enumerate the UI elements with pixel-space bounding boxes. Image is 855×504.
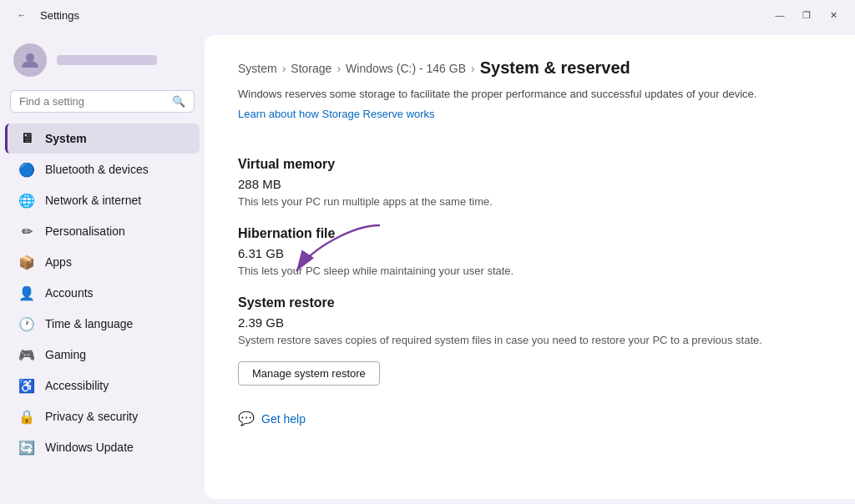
virtual-memory-size: 288 MB xyxy=(238,177,822,191)
sidebar-item-gaming[interactable]: 🎮Gaming xyxy=(5,340,200,370)
update-label: Windows Update xyxy=(45,441,134,454)
update-icon: 🔄 xyxy=(18,439,35,456)
avatar xyxy=(13,43,47,77)
search-box[interactable]: 🔍 xyxy=(10,90,195,113)
breadcrumb: System › Storage › Windows (C:) - 146 GB… xyxy=(238,58,822,78)
main-layout: 🔍 🖥System🔵Bluetooth & devices🌐Network & … xyxy=(0,30,855,504)
back-button[interactable]: ← xyxy=(10,7,33,23)
time-icon: 🕐 xyxy=(18,315,35,332)
time-label: Time & language xyxy=(45,317,133,330)
network-label: Network & internet xyxy=(45,194,141,207)
system-restore-section: System restore 2.39 GB System restore sa… xyxy=(238,295,822,386)
accounts-label: Accounts xyxy=(45,286,94,300)
hibernation-section: Hibernation file 6.31 GB This lets your … xyxy=(238,226,822,279)
sidebar-item-update[interactable]: 🔄Windows Update xyxy=(5,432,200,462)
sidebar-item-network[interactable]: 🌐Network & internet xyxy=(5,185,200,215)
hibernation-size-wrap: 6.31 GB xyxy=(238,246,284,264)
apps-label: Apps xyxy=(45,255,72,269)
get-help-icon: 💬 xyxy=(238,411,255,426)
titlebar: ← Settings — ❐ ✕ xyxy=(0,0,855,30)
user-name xyxy=(57,55,157,65)
sidebar-item-time[interactable]: 🕐Time & language xyxy=(5,309,200,339)
sidebar-item-system[interactable]: 🖥System xyxy=(5,123,200,154)
search-icon: 🔍 xyxy=(172,95,185,108)
titlebar-left: ← Settings xyxy=(10,7,79,23)
accessibility-label: Accessibility xyxy=(45,379,109,392)
sidebar-item-accessibility[interactable]: ♿Accessibility xyxy=(5,370,200,401)
sidebar-item-bluetooth[interactable]: 🔵Bluetooth & devices xyxy=(5,154,200,184)
restore-button[interactable]: ❐ xyxy=(795,7,818,23)
get-help-label: Get help xyxy=(261,412,306,426)
personalisation-label: Personalisation xyxy=(45,224,125,238)
virtual-memory-title: Virtual memory xyxy=(238,157,822,172)
network-icon: 🌐 xyxy=(18,192,35,209)
search-input[interactable] xyxy=(19,95,165,108)
subtitle-text: Windows reserves some storage to facilit… xyxy=(238,86,822,103)
accounts-icon: 👤 xyxy=(18,285,35,301)
hibernation-desc: This lets your PC sleep while maintainin… xyxy=(238,264,822,279)
breadcrumb-storage: Storage xyxy=(291,62,331,75)
sidebar: 🔍 🖥System🔵Bluetooth & devices🌐Network & … xyxy=(0,30,205,504)
app-title: Settings xyxy=(40,9,79,22)
bluetooth-label: Bluetooth & devices xyxy=(45,163,149,176)
gaming-icon: 🎮 xyxy=(18,346,35,363)
close-button[interactable]: ✕ xyxy=(822,7,845,23)
nav-list: 🖥System🔵Bluetooth & devices🌐Network & in… xyxy=(0,123,205,463)
system-label: System xyxy=(45,132,87,145)
content-area: System › Storage › Windows (C:) - 146 GB… xyxy=(205,35,855,499)
sidebar-item-apps[interactable]: 📦Apps xyxy=(5,247,200,277)
system-icon: 🖥 xyxy=(18,130,35,147)
breadcrumb-drive: Windows (C:) - 146 GB xyxy=(346,62,466,75)
gaming-label: Gaming xyxy=(45,348,86,361)
sidebar-item-privacy[interactable]: 🔒Privacy & security xyxy=(5,401,200,431)
system-restore-size: 2.39 GB xyxy=(238,315,822,330)
manage-restore-button[interactable]: Manage system restore xyxy=(238,361,380,386)
accessibility-icon: ♿ xyxy=(18,377,35,394)
get-help-link[interactable]: 💬 Get help xyxy=(238,411,822,426)
privacy-icon: 🔒 xyxy=(18,408,35,425)
breadcrumb-system: System xyxy=(238,62,277,75)
svg-point-0 xyxy=(26,53,34,62)
sidebar-item-accounts[interactable]: 👤Accounts xyxy=(5,278,200,308)
privacy-label: Privacy & security xyxy=(45,410,138,423)
personalisation-icon: ✏ xyxy=(18,223,35,239)
virtual-memory-section: Virtual memory 288 MB This lets your PC … xyxy=(238,157,822,209)
minimize-button[interactable]: — xyxy=(768,7,792,23)
system-restore-title: System restore xyxy=(238,295,822,310)
hibernation-size: 6.31 GB xyxy=(238,246,284,260)
bluetooth-icon: 🔵 xyxy=(18,161,35,178)
system-restore-desc: System restore saves copies of required … xyxy=(238,333,822,348)
apps-icon: 📦 xyxy=(18,254,35,270)
virtual-memory-desc: This lets your PC run multiple apps at t… xyxy=(238,194,822,209)
breadcrumb-current: System & reserved xyxy=(480,58,630,78)
sidebar-item-personalisation[interactable]: ✏Personalisation xyxy=(5,216,200,246)
titlebar-controls: — ❐ ✕ xyxy=(768,7,845,23)
hibernation-title: Hibernation file xyxy=(238,226,822,241)
learn-link[interactable]: Learn about how Storage Reserve works xyxy=(238,108,435,120)
user-section xyxy=(0,37,205,90)
